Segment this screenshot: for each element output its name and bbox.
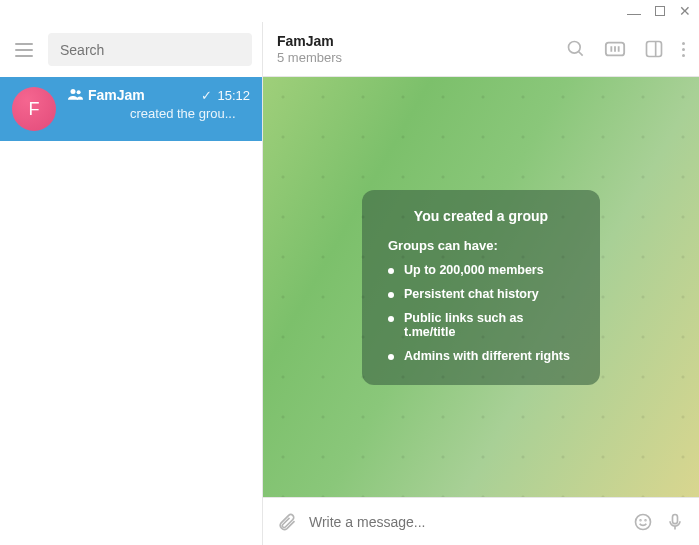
svg-rect-8 [647, 42, 662, 57]
sidebar: F FamJam ✓ 15:12 created the grou... [0, 22, 263, 545]
chat-title: FamJam [277, 33, 566, 49]
read-check-icon: ✓ [201, 88, 212, 103]
card-title: You created a group [388, 208, 574, 224]
card-item: Public links such as t.me/title [388, 311, 574, 339]
chat-header-info[interactable]: FamJam 5 members [277, 33, 566, 65]
window-maximize-button[interactable] [655, 6, 665, 16]
svg-point-2 [569, 42, 581, 54]
chat-list-item[interactable]: F FamJam ✓ 15:12 created the grou... [0, 77, 262, 141]
voice-icon[interactable] [665, 512, 685, 532]
card-item: Admins with different rights [388, 349, 574, 363]
message-input[interactable] [309, 514, 621, 530]
svg-line-3 [579, 52, 583, 56]
svg-point-10 [636, 514, 651, 529]
search-input[interactable] [60, 42, 240, 58]
card-item: Persistent chat history [388, 287, 574, 301]
emoji-icon[interactable] [633, 512, 653, 532]
more-options-button[interactable] [682, 42, 685, 57]
chat-preview: created the grou... [68, 106, 250, 122]
message-composer [263, 497, 699, 545]
chat-header: FamJam 5 members [263, 22, 699, 77]
chat-name: FamJam [88, 87, 196, 103]
svg-point-1 [77, 90, 81, 94]
menu-button[interactable] [10, 36, 38, 64]
attach-icon[interactable] [277, 512, 297, 532]
avatar: F [12, 87, 56, 131]
card-item: Up to 200,000 members [388, 263, 574, 277]
chat-area: You created a group Groups can have: Up … [263, 77, 699, 497]
service-message-card: You created a group Groups can have: Up … [362, 190, 600, 385]
search-box[interactable] [48, 33, 252, 66]
video-chat-icon[interactable] [604, 39, 626, 59]
chat-time: 15:12 [217, 88, 250, 103]
window-titlebar: ✕ [0, 0, 699, 22]
svg-point-12 [645, 519, 646, 520]
search-icon[interactable] [566, 39, 586, 59]
sidepanel-icon[interactable] [644, 39, 664, 59]
svg-point-11 [640, 519, 641, 520]
svg-point-0 [71, 89, 76, 94]
svg-rect-13 [673, 514, 678, 523]
card-subtitle: Groups can have: [388, 238, 574, 253]
window-close-button[interactable]: ✕ [679, 3, 691, 19]
window-minimize-button[interactable] [627, 7, 641, 15]
chat-subtitle: 5 members [277, 50, 566, 65]
group-icon [68, 87, 83, 103]
